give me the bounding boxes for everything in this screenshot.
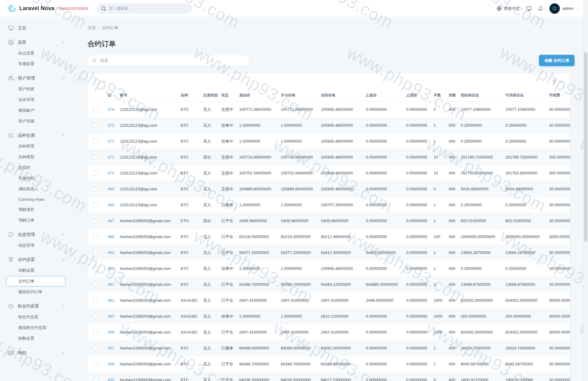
row-checkbox[interactable] — [93, 282, 98, 287]
row-id-link[interactable]: 464 — [107, 250, 114, 255]
sidebar-item[interactable]: 理财订单 — [6, 215, 66, 226]
row-id-link[interactable]: 460 — [107, 314, 114, 319]
row-checkbox[interactable] — [93, 298, 98, 303]
sidebar-group-home[interactable]: 主页 — [6, 23, 67, 33]
sidebar-item[interactable]: 开盘时间 — [6, 173, 66, 184]
row-checkbox[interactable] — [93, 250, 98, 255]
sidebar-item[interactable]: 模拟合约订单 — [6, 287, 66, 297]
create-order-button[interactable]: 创建 合约订单 — [539, 55, 575, 66]
row-checkbox[interactable] — [93, 155, 98, 160]
sidebar-item[interactable]: 常规设置 — [6, 59, 66, 69]
sidebar-group-wallet[interactable]: 钱包 — [6, 347, 67, 358]
select-all-checkbox[interactable] — [94, 79, 99, 84]
row-id-link[interactable]: 458 — [107, 330, 114, 334]
column-header-1[interactable]: 账号 — [120, 89, 181, 102]
global-search-input[interactable] — [109, 6, 188, 11]
sidebar-group-settings[interactable]: 设置 — [6, 37, 67, 48]
sidebar-item[interactable]: 品种类型 — [6, 152, 66, 162]
user-menu-chevron[interactable] — [576, 6, 580, 10]
column-header-7[interactable]: 当前价格 — [321, 89, 366, 102]
filter-icon[interactable] — [552, 79, 557, 84]
filter-chevron-icon[interactable] — [559, 79, 564, 84]
sidebar-group-user-management[interactable]: 用户管理 — [6, 73, 67, 84]
row-checkbox[interactable] — [93, 202, 98, 207]
row-checkbox[interactable] — [93, 107, 98, 112]
sidebar-item[interactable]: 品种管理 — [6, 141, 66, 151]
row-checkbox[interactable] — [93, 234, 98, 239]
column-header-14[interactable]: 手续费 — [549, 89, 570, 102]
sidebar-item[interactable]: 秒数设置 — [6, 333, 66, 344]
row-checkbox[interactable] — [93, 314, 98, 319]
sidebar-group-contract-settings[interactable]: 合约设置 — [6, 254, 67, 265]
sidebar-item[interactable]: 站点设置 — [6, 48, 66, 58]
select-actions-chevron-icon[interactable] — [101, 79, 106, 84]
global-search[interactable] — [97, 3, 192, 14]
row-checkbox[interactable] — [93, 170, 98, 176]
row-checkbox[interactable] — [93, 186, 98, 192]
row-checkbox[interactable] — [93, 218, 98, 223]
sidebar-group-second-contract-settings[interactable]: 秒合约设置 — [6, 301, 67, 312]
column-header-13[interactable]: 可用保证金 — [505, 89, 549, 102]
sidebar-item[interactable]: 合约订单 — [6, 276, 66, 286]
row-id-link[interactable]: 457 — [107, 346, 114, 350]
scrollbar-thumb[interactable] — [584, 52, 587, 242]
row-checkbox[interactable] — [93, 123, 98, 128]
row-checkbox[interactable] — [93, 346, 98, 351]
breadcrumb-root[interactable]: 资源 — [88, 25, 96, 31]
row-id-link[interactable]: 473 — [107, 123, 114, 128]
row-id-link[interactable]: 463 — [107, 266, 114, 271]
sort-icon[interactable] — [112, 93, 115, 98]
language-switcher[interactable]: 简体中文 — [496, 6, 520, 11]
display-button[interactable] — [526, 6, 532, 11]
sidebar-item[interactable]: 交易对 — [6, 162, 66, 173]
row-checkbox[interactable] — [93, 330, 98, 335]
column-header-12[interactable]: 初始保证金 — [461, 89, 505, 102]
vertical-scrollbar[interactable] — [583, 0, 588, 381]
row-id-link[interactable]: 474 — [107, 107, 114, 112]
row-checkbox[interactable] — [93, 139, 98, 144]
sidebar-item[interactable]: 信息管理 — [6, 240, 66, 251]
column-header-8[interactable]: 止盈价 — [366, 89, 406, 102]
resource-search[interactable] — [88, 55, 249, 66]
row-checkbox[interactable] — [93, 377, 98, 381]
row-id-link[interactable]: 456 — [107, 362, 114, 366]
sidebar-item[interactable]: 用户列表 — [6, 84, 66, 94]
sidebar-item[interactable]: 倍数设置 — [6, 265, 66, 276]
column-header-10[interactable]: 手数 — [434, 89, 449, 102]
row-id-link[interactable]: 462 — [107, 282, 114, 287]
row-id-link[interactable]: 472 — [107, 139, 114, 144]
sidebar-item[interactable]: 用户等级 — [6, 116, 66, 126]
row-id-link[interactable]: 468 — [107, 203, 114, 207]
sidebar-item[interactable]: 模拟秒合约交易 — [6, 323, 66, 333]
resource-search-input[interactable] — [100, 58, 245, 63]
sidebar-group-symbol-trading[interactable]: 品种交易 — [6, 130, 67, 141]
row-id-link[interactable]: 469 — [107, 187, 114, 191]
column-header-4[interactable]: 状态 — [221, 89, 239, 102]
sidebar-item[interactable]: 理财项目 — [6, 204, 66, 215]
breadcrumb-current: 合约订单 — [102, 25, 118, 31]
row-id-link[interactable]: 461 — [107, 298, 114, 303]
sidebar-item[interactable]: 调控机器人 — [6, 184, 66, 194]
row-id-link[interactable]: 471 — [107, 155, 114, 159]
row-id-link[interactable]: 455 — [107, 378, 114, 381]
column-header-11[interactable]: 倍数 — [449, 89, 461, 102]
sidebar-group-info-management[interactable]: 信息管理 — [6, 229, 67, 240]
sidebar-item[interactable]: 模拟账户 — [6, 105, 66, 116]
column-header-3[interactable]: 交易类型 — [203, 89, 221, 102]
sidebar-item[interactable]: 秒合约交易 — [6, 312, 66, 322]
notifications-button[interactable] — [538, 6, 543, 11]
column-header-0[interactable]: ID — [107, 89, 120, 102]
row-id-link[interactable]: 466 — [107, 234, 114, 239]
column-header-5[interactable]: 原始价 — [239, 89, 281, 102]
row-id-link[interactable]: 467 — [107, 219, 114, 223]
row-checkbox[interactable] — [93, 266, 98, 271]
sidebar-item[interactable]: Currency Kxes — [6, 195, 66, 204]
column-header-2[interactable]: 品种 — [181, 89, 203, 102]
brand[interactable]: Laravel Nova — [8, 4, 54, 13]
sidebar-item[interactable]: 实名管理 — [6, 95, 66, 105]
row-id-link[interactable]: 470 — [107, 171, 114, 175]
user-menu[interactable]: admin — [549, 3, 580, 14]
row-checkbox[interactable] — [93, 361, 98, 367]
column-header-6[interactable]: 开仓价格 — [281, 89, 321, 102]
column-header-9[interactable]: 止损价 — [406, 89, 434, 102]
